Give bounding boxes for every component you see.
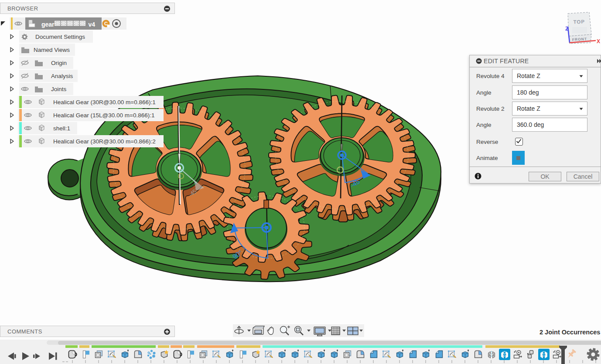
svg-text:Z: Z [565, 25, 569, 32]
svg-text:TOP: TOP [573, 19, 585, 25]
svg-text:X: X [597, 38, 600, 44]
